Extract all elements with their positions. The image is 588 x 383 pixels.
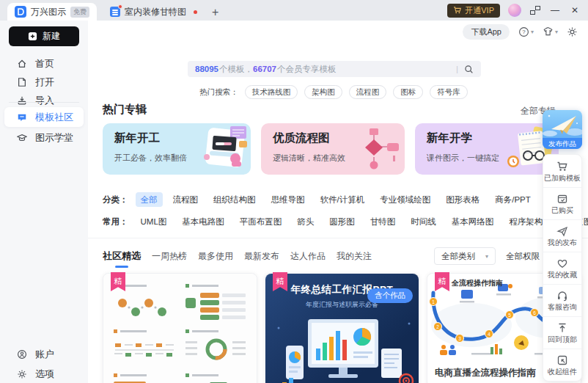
category-item[interactable]: 图形表格 xyxy=(441,192,485,207)
publish-work-button[interactable]: 发布作品 xyxy=(543,110,582,149)
tab-document-label: 室内装修甘特图 xyxy=(125,6,186,18)
common-item[interactable]: 甘特图 xyxy=(365,214,401,229)
sidebar-item-home[interactable]: 首页 xyxy=(4,54,84,73)
template-card-infographic[interactable]: 精 xyxy=(103,273,257,383)
sidebar-item-academy[interactable]: 图示学堂 xyxy=(4,128,84,147)
promo-card-flowchart[interactable]: 优质流程图 逻辑清晰，精准高效 xyxy=(261,123,405,175)
svg-text:2: 2 xyxy=(436,324,439,329)
ppt-cover-illustration xyxy=(265,313,419,383)
vip-button[interactable]: 开通VIP xyxy=(447,4,500,18)
paper-plane-icon xyxy=(543,110,582,138)
chevron-down-icon: ▾ xyxy=(485,253,488,260)
category-item[interactable]: 流程图 xyxy=(168,192,204,207)
account-icon xyxy=(17,349,27,360)
category-item[interactable]: 专业领域绘图 xyxy=(375,192,436,207)
promo-subtitle: 课件图示，一键搞定 xyxy=(427,153,499,164)
category-item-all[interactable]: 全部 xyxy=(136,192,163,207)
avatar[interactable] xyxy=(508,4,521,17)
common-item[interactable]: 圆形图 xyxy=(324,214,360,229)
category-item[interactable]: 思维导图 xyxy=(266,192,310,207)
svg-text:4: 4 xyxy=(488,332,490,337)
laptop-illustration-icon xyxy=(195,125,249,173)
search-icon[interactable] xyxy=(464,65,474,74)
flowchart-illustration-icon xyxy=(349,125,403,173)
titlebar: 万兴图示 免费 室内装修甘特图 + 开通VIP — ✕ xyxy=(0,0,588,21)
settings-gear-icon xyxy=(567,26,578,37)
cart-icon xyxy=(453,6,462,15)
sidebar-item-account[interactable]: 账户 xyxy=(4,344,84,364)
common-item[interactable]: 基本电路图 xyxy=(177,214,229,229)
free-badge: 免费 xyxy=(70,7,89,18)
tab-most-used[interactable]: 最多使用 xyxy=(198,250,233,263)
tab-home[interactable]: 万兴图示 免费 xyxy=(7,3,97,21)
home-icon xyxy=(17,59,27,69)
floating-toolbar: 已加购模板 已购买 我的发布 我的收藏 客服咨询 回到顶部 收起组件 xyxy=(543,154,582,382)
tab-expert-works[interactable]: 达人作品 xyxy=(290,250,326,263)
svg-text:6: 6 xyxy=(533,310,536,315)
my-publications-button[interactable]: 我的发布 xyxy=(543,219,581,252)
svg-text:?: ? xyxy=(522,29,526,35)
plus-icon xyxy=(28,32,37,41)
unsaved-dot-icon xyxy=(194,10,197,14)
hot-tag[interactable]: 符号库 xyxy=(430,85,468,99)
package-icon xyxy=(556,193,568,205)
theme-button[interactable]: ▾ xyxy=(543,26,558,37)
minimize-button[interactable]: — xyxy=(549,6,561,15)
sidebar-item-template-community[interactable]: 模板社区 xyxy=(4,107,84,127)
hot-tag[interactable]: 架构图 xyxy=(304,85,342,99)
search-divider: | xyxy=(456,65,458,73)
promo-subtitle: 逻辑清晰，精准高效 xyxy=(273,153,345,164)
category-item[interactable]: 软件/计算机 xyxy=(315,192,370,207)
infographic-preview xyxy=(103,274,257,383)
cart-icon xyxy=(556,161,568,172)
hot-search-label: 热门搜索： xyxy=(199,87,238,98)
hot-tag[interactable]: 技术路线图 xyxy=(245,85,298,99)
common-item[interactable]: 箭头 xyxy=(292,214,319,229)
tab-weekly-hot[interactable]: 一周热榜 xyxy=(152,250,187,263)
download-app-button[interactable]: 下载App xyxy=(463,24,510,40)
collapse-widgets-button[interactable]: 收起组件 xyxy=(543,349,581,381)
tab-newest[interactable]: 最新发布 xyxy=(244,250,279,263)
graduation-cap-icon xyxy=(17,133,27,143)
new-tab-button[interactable]: + xyxy=(212,7,218,18)
gear-icon xyxy=(17,369,27,379)
category-item[interactable]: 商务/PPT xyxy=(490,192,536,207)
tab-community-featured[interactable]: 社区精选 xyxy=(103,249,141,263)
common-item[interactable]: 平面布置图 xyxy=(235,214,287,229)
template-card-ppt-report[interactable]: 精 年终总结工作汇报PPT 含个作品 年度汇报与述职展示必备 xyxy=(265,273,419,383)
permission-filter-dropdown[interactable]: 全部权限 xyxy=(506,251,540,262)
customer-service-button[interactable]: 客服咨询 xyxy=(543,284,581,316)
hot-tag[interactable]: 图标 xyxy=(393,85,423,99)
tab-my-follows[interactable]: 我的关注 xyxy=(337,250,372,263)
sidebar-divider xyxy=(9,102,79,103)
common-item[interactable]: UML图 xyxy=(136,214,172,229)
common-row: 常用： UML图 基本电路图 平面布置图 箭头 圆形图 甘特图 时间线 基本网络… xyxy=(103,214,588,229)
settings-button[interactable] xyxy=(567,26,578,37)
common-label: 常用： xyxy=(103,216,128,227)
community-tab-bar: 社区精选 一周热榜 最多使用 最新发布 达人作品 我的关注 全部类别 ▾ 全部权… xyxy=(103,247,540,266)
file-icon xyxy=(17,77,27,87)
sidebar-item-open[interactable]: 打开 xyxy=(4,72,84,92)
hot-tag[interactable]: 流程图 xyxy=(349,85,387,99)
my-favorites-button[interactable]: 我的收藏 xyxy=(543,252,581,284)
search-input[interactable]: 88095 个模板， 66707 个会员专享模板 | xyxy=(188,61,481,77)
document-icon xyxy=(110,7,120,17)
category-item[interactable]: 组织结构图 xyxy=(208,192,261,207)
sidebar-item-options[interactable]: 选项 xyxy=(4,364,84,383)
category-filter-dropdown[interactable]: 全部类别 ▾ xyxy=(434,247,496,265)
new-document-button[interactable]: 新建 xyxy=(9,26,79,46)
theme-shirt-icon xyxy=(543,26,554,37)
close-button[interactable]: ✕ xyxy=(569,6,581,15)
promo-card-back-to-school[interactable]: 新年开学 课件图示，一键搞定 xyxy=(415,123,559,175)
search-placeholder-text2: 个会员专享模板 xyxy=(277,64,337,75)
tab-document[interactable]: 室内装修甘特图 xyxy=(103,3,205,21)
common-item[interactable]: 时间线 xyxy=(405,214,441,229)
purchased-button[interactable]: 已购买 xyxy=(543,187,581,219)
promo-card-new-year-work[interactable]: 新年开工 开工必备，效率翻倍 xyxy=(103,123,251,175)
added-templates-button[interactable]: 已加购模板 xyxy=(543,155,581,187)
back-to-top-button[interactable]: 回到顶部 xyxy=(543,316,581,349)
section-divider xyxy=(88,238,588,238)
common-item[interactable]: 基本网络图 xyxy=(446,214,499,229)
help-button[interactable]: ? ▾ xyxy=(518,26,534,37)
arrow-up-to-line-icon xyxy=(556,322,568,334)
